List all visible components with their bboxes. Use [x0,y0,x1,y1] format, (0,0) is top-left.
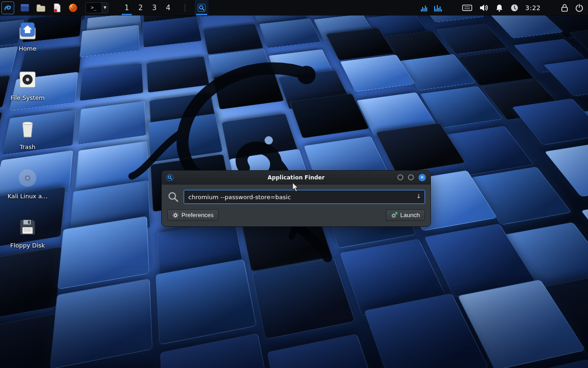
application-finder-window: Application Finder ✕ ↓ [161,170,431,227]
kali-logo-icon [3,3,12,12]
launch-label: Launch [400,212,420,218]
wallpaper-cube [259,18,321,48]
volume-icon[interactable] [479,4,488,12]
wallpaper-cube [376,123,466,174]
maximize-button[interactable] [408,174,414,180]
lock-screen-icon[interactable] [561,4,568,12]
firefox-icon [68,3,78,13]
workspace-1[interactable]: 1 [120,0,134,15]
desktop-screen: >_ ▼ 1 2 3 4 [0,0,588,368]
desktop-icon-column: Home File System Trash [0,19,55,265]
clock[interactable]: 3:22 [526,4,541,12]
panel-left-cluster: >_ ▼ 1 2 3 4 [0,0,209,15]
desktop-icon-label: Trash [20,144,35,150]
wallpaper-cube [543,58,588,96]
appfinder-window-icon [166,174,174,181]
file-system-icon [17,69,38,90]
search-icon [167,191,179,203]
wallpaper-cube [512,98,588,145]
workspace-4[interactable]: 4 [161,0,175,15]
desktop-icon-trash[interactable]: Trash [0,118,55,167]
cpu-graph-icon[interactable] [421,4,427,12]
desktop-icon-home[interactable]: Home [0,19,55,69]
home-icon [17,20,38,41]
kali-menu-button[interactable] [1,1,14,14]
wallpaper-cube [267,334,383,368]
appfinder-task-icon [198,4,206,12]
workspace-3[interactable]: 3 [147,0,161,15]
taskbar-appfinder-button[interactable] [195,0,209,15]
preferences-label: Preferences [181,212,214,218]
desktop-icon-kali-linux[interactable]: Kali Linux a... [0,167,55,216]
wallpaper-cube [50,278,153,368]
keyboard-indicator-icon[interactable] [462,4,472,12]
desktop-icon-filesystem[interactable]: File System [0,69,55,118]
desktop-icon-label: Kali Linux a... [7,193,47,200]
text-editor-icon [52,3,62,13]
text-editor-launcher[interactable] [51,2,62,13]
desktop-icon-label: Floppy Disk [10,242,45,249]
launch-icon [391,212,397,218]
launch-button[interactable]: Launch [386,209,425,221]
workspace-2[interactable]: 2 [134,0,147,15]
trash-icon [18,119,37,139]
kali-cd-icon [17,168,38,188]
wallpaper-cube [0,313,57,368]
notification-bell-icon[interactable] [495,4,503,12]
desktop-icon-label: File System [11,94,45,101]
desktop-icon-label: Home [19,45,36,52]
folder-launcher[interactable] [35,2,46,13]
wallpaper-cube [142,16,202,47]
top-panel: >_ ▼ 1 2 3 4 [0,0,588,15]
desktop-icon-floppy[interactable]: Floppy Disk [0,216,55,265]
floppy-disk-icon [17,217,38,237]
terminal-selector[interactable]: >_ ▼ [85,2,108,13]
logout-power-icon[interactable] [575,4,583,12]
folder-icon [36,3,46,13]
workspace-switcher: 1 2 3 4 [120,0,175,15]
kali-dragon-silhouette [108,53,347,283]
close-button[interactable]: ✕ [418,174,426,181]
firefox-launcher[interactable] [68,2,79,13]
file-manager-icon [20,3,30,13]
window-title: Application Finder [162,174,430,181]
file-manager-launcher[interactable] [19,2,30,13]
terminal-icon: >_ [86,3,102,13]
minimize-button[interactable] [397,174,403,180]
panel-right-cluster: 3:22 [421,4,588,12]
preferences-button[interactable]: Preferences [167,209,219,221]
update-status-icon[interactable] [510,4,519,12]
gear-icon [172,212,179,218]
panel-separator [185,4,185,12]
mouse-cursor [292,182,300,192]
chevron-down-icon[interactable]: ▼ [102,3,108,13]
finder-command-input[interactable] [184,190,425,204]
net-graph-icon[interactable] [434,4,442,12]
